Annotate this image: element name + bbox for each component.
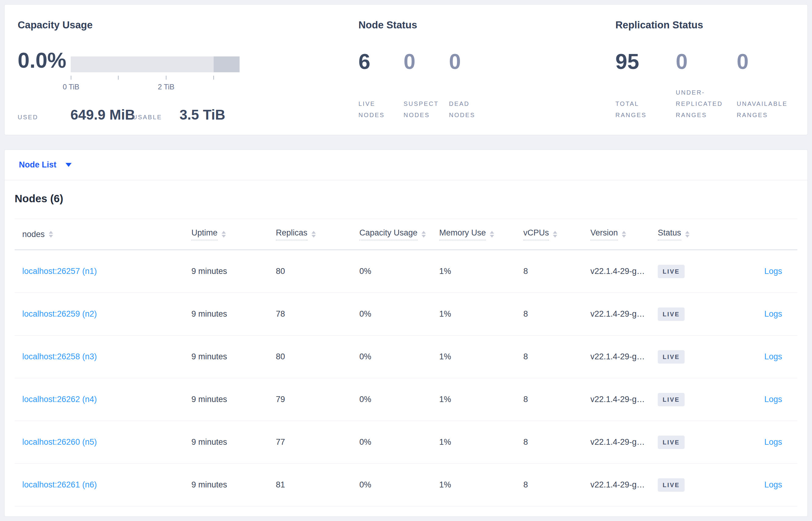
- column-header-label[interactable]: Replicas: [276, 228, 308, 240]
- nodes-table: Nodes (6) nodesUptimeReplicasCapacity Us…: [5, 180, 807, 506]
- stat-label-line: RANGES: [737, 110, 804, 121]
- table-row: localhost:26262 (n4)9 minutes790%1%8v22.…: [15, 378, 797, 421]
- cell-vcpus: 8: [523, 480, 590, 490]
- stat-label-line: UNDER-: [676, 87, 737, 98]
- logs-link[interactable]: Logs: [764, 309, 782, 318]
- node-link[interactable]: localhost:26262 (n4): [22, 395, 97, 404]
- stat-label-line: TOTAL: [615, 98, 676, 110]
- cell-capacity: 0%: [359, 309, 439, 319]
- cell-vcpus: 8: [523, 352, 590, 361]
- node-list-dropdown[interactable]: Node List: [5, 150, 807, 180]
- axis-tick: [118, 76, 119, 80]
- logs-link[interactable]: Logs: [764, 480, 782, 489]
- status-badge: LIVE: [658, 478, 685, 492]
- logs-link[interactable]: Logs: [764, 395, 782, 404]
- capacity-usage-bar: [71, 56, 240, 72]
- cell-replicas: 77: [276, 437, 359, 447]
- node-link[interactable]: localhost:26259 (n2): [22, 309, 97, 318]
- status-badge: LIVE: [658, 393, 685, 406]
- table-header-row: nodesUptimeReplicasCapacity UsageMemory …: [15, 219, 797, 250]
- axis-tick-label: 2 TiB: [158, 83, 175, 91]
- column-header-label[interactable]: Memory Use: [439, 228, 486, 240]
- sort-arrows-icon[interactable]: [553, 231, 557, 237]
- stat-label: SUSPECTNODES: [404, 87, 449, 121]
- cell-memory: 1%: [439, 395, 523, 404]
- column-header-replicas[interactable]: Replicas: [276, 228, 359, 240]
- sort-arrows-icon[interactable]: [622, 231, 626, 237]
- cell-memory: 1%: [439, 267, 523, 276]
- column-header-label[interactable]: Capacity Usage: [359, 228, 417, 240]
- sort-arrows-icon[interactable]: [222, 231, 226, 237]
- cell-uptime: 9 minutes: [191, 437, 276, 447]
- column-header-status[interactable]: Status: [658, 228, 732, 240]
- capacity-bar-segment: [214, 56, 240, 72]
- cell-memory: 1%: [439, 309, 523, 319]
- column-header-version[interactable]: Version: [590, 228, 658, 240]
- column-header-label[interactable]: nodes: [22, 230, 45, 239]
- stat-label: UNAVAILABLERANGES: [737, 87, 804, 121]
- axis-tick: [71, 76, 71, 80]
- sort-arrows-icon[interactable]: [490, 231, 494, 237]
- node-list-dropdown-label[interactable]: Node List: [19, 160, 56, 169]
- axis-tick: [166, 76, 166, 80]
- node-status-title: Node Status: [358, 19, 417, 31]
- cell-replicas: 81: [276, 480, 359, 490]
- column-header-nodes[interactable]: nodes: [22, 230, 191, 239]
- cell-vcpus: 8: [523, 395, 590, 404]
- summary-card: Capacity Usage 0.0% 0 TiB 2 TiB USED 649…: [4, 4, 808, 135]
- logs-link[interactable]: Logs: [764, 437, 782, 447]
- node-link[interactable]: localhost:26260 (n5): [22, 437, 97, 447]
- stat-value: 95: [615, 51, 676, 72]
- stat-label-line: NODES: [404, 110, 449, 121]
- stat-value: 0: [449, 51, 510, 72]
- usable-label: USABLE: [133, 114, 162, 121]
- logs-link[interactable]: Logs: [764, 267, 782, 276]
- cell-version: v22.1.4-29-g…: [590, 309, 658, 319]
- cell-capacity: 0%: [359, 352, 439, 361]
- column-header-label[interactable]: vCPUs: [523, 228, 549, 240]
- replication-status-panel: Replication Status 9500 TOTALRANGESUNDER…: [615, 5, 812, 135]
- column-header-label[interactable]: Version: [590, 228, 618, 240]
- column-header-vcpus[interactable]: vCPUs: [523, 228, 590, 240]
- cell-uptime: 9 minutes: [191, 267, 276, 276]
- column-header-capacity-usage[interactable]: Capacity Usage: [359, 228, 439, 240]
- table-row: localhost:26261 (n6)9 minutes810%1%8v22.…: [15, 463, 797, 506]
- logs-link[interactable]: Logs: [764, 352, 782, 361]
- capacity-percent: 0.0%: [18, 50, 67, 71]
- column-header-memory-use[interactable]: Memory Use: [439, 228, 523, 240]
- stat-value: 0: [676, 51, 737, 72]
- cell-capacity: 0%: [359, 267, 439, 276]
- cell-uptime: 9 minutes: [191, 395, 276, 404]
- stat-label: UNDER-REPLICATEDRANGES: [676, 87, 737, 121]
- stat-label-line: DEAD: [449, 98, 510, 110]
- sort-arrows-icon[interactable]: [49, 231, 53, 237]
- cell-vcpus: 8: [523, 309, 590, 319]
- table-row: localhost:26257 (n1)9 minutes800%1%8v22.…: [15, 250, 797, 293]
- column-header-uptime[interactable]: Uptime: [191, 228, 276, 240]
- node-link[interactable]: localhost:26257 (n1): [22, 267, 97, 276]
- cell-uptime: 9 minutes: [191, 352, 276, 361]
- node-link[interactable]: localhost:26258 (n3): [22, 352, 97, 361]
- stat-value: 0: [404, 51, 449, 72]
- cell-capacity: 0%: [359, 395, 439, 404]
- cell-version: v22.1.4-29-g…: [590, 480, 658, 490]
- sort-arrows-icon[interactable]: [422, 231, 426, 237]
- cell-uptime: 9 minutes: [191, 309, 276, 319]
- sort-arrows-icon[interactable]: [685, 231, 690, 237]
- stat-label: TOTALRANGES: [615, 87, 676, 121]
- stat-label-line: RANGES: [676, 110, 737, 121]
- column-header-label[interactable]: Status: [658, 228, 681, 240]
- node-link[interactable]: localhost:26261 (n6): [22, 480, 97, 489]
- sort-arrows-icon[interactable]: [311, 231, 316, 237]
- cell-capacity: 0%: [359, 437, 439, 447]
- capacity-usage-title: Capacity Usage: [18, 19, 93, 31]
- cell-vcpus: 8: [523, 437, 590, 447]
- cell-replicas: 80: [276, 267, 359, 276]
- stat-value: 0: [737, 51, 804, 72]
- table-row: localhost:26258 (n3)9 minutes800%1%8v22.…: [15, 336, 797, 378]
- table-row: localhost:26259 (n2)9 minutes780%1%8v22.…: [15, 293, 797, 336]
- stat-label-line: RANGES: [615, 110, 676, 121]
- column-header-label[interactable]: Uptime: [191, 228, 218, 240]
- status-badge: LIVE: [658, 436, 685, 449]
- stat-label-line: SUSPECT: [404, 98, 449, 110]
